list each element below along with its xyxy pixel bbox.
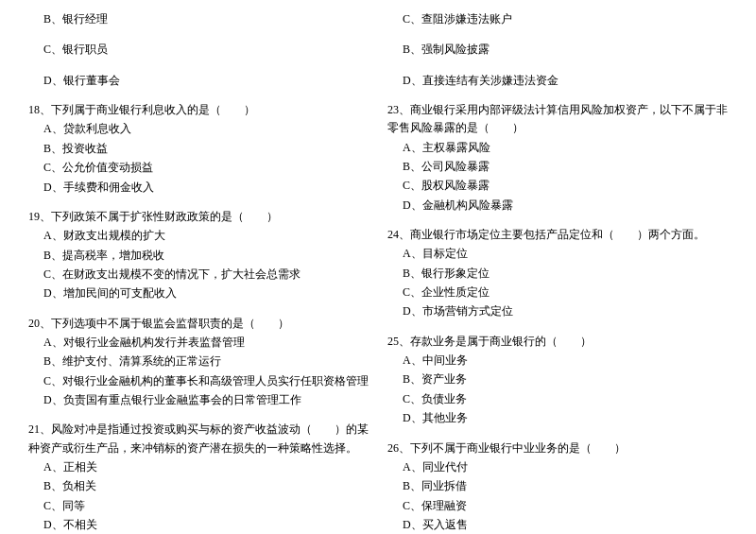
question-title: 23、商业银行采用内部评级法计算信用风险加权资产，以下不属于非零售风险暴露的是（… <box>387 101 728 137</box>
option-a: A、贷款利息收入 <box>28 119 369 138</box>
question-18: 18、下列属于商业银行利息收入的是（ ） A、贷款利息收入 B、投资收益 C、公… <box>28 101 369 197</box>
option-d-direct-link: D、直接连结有关涉嫌违法资金 <box>387 71 728 90</box>
option-b-bank-manager: B、银行经理 <box>28 9 369 28</box>
question-24: 24、商业银行市场定位主要包括产品定位和（ ）两个方面。 A、目标定位 B、银行… <box>387 226 728 321</box>
question-21: 21、风险对冲是指通过投资或购买与标的资产收益波动（ ）的某种资产或衍生产品，来… <box>28 421 369 534</box>
option-d-bank-board: D、银行董事会 <box>28 71 369 90</box>
option-c: C、保理融资 <box>387 496 728 515</box>
question-23: 23、商业银行采用内部评级法计算信用风险加权资产，以下不属于非零售风险暴露的是（… <box>387 101 728 215</box>
question-25: 25、存款业务是属于商业银行的（ ） A、中间业务 B、资产业务 C、负债业务 … <box>387 333 728 428</box>
page-wrapper: B、银行经理 C、银行职员 D、银行董事会 18、下列属于商业银行利息收入的是（… <box>28 9 728 534</box>
option-c: C、企业性质定位 <box>387 283 728 301</box>
option-d: D、买入返售 <box>387 515 728 534</box>
option-a: A、同业代付 <box>387 457 728 476</box>
option-b: B、银行形象定位 <box>387 264 728 283</box>
question-19: 19、下列政策不属于扩张性财政政策的是（ ） A、财政支出规模的扩大 B、提高税… <box>28 208 369 303</box>
option-a: A、目标定位 <box>387 244 728 263</box>
option-d: D、不相关 <box>28 515 369 534</box>
question-20: 20、下列选项中不属于银监会监督职责的是（ ） A、对银行业金融机构发行并表监督… <box>28 315 369 410</box>
option-c-check-account: C、查阻涉嫌违法账户 <box>387 9 728 28</box>
option-d: D、金融机构风险暴露 <box>387 196 728 215</box>
question-26: 26、下列不属于商业银行中业业务的是（ ） A、同业代付 B、同业拆借 C、保理… <box>387 439 728 534</box>
option-d: D、市场营销方式定位 <box>387 301 728 320</box>
question-title: 25、存款业务是属于商业银行的（ ） <box>387 333 728 351</box>
right-column: C、查阻涉嫌违法账户 B、强制风险披露 D、直接连结有关涉嫌违法资金 23、商业… <box>387 9 728 534</box>
option-c: C、负债业务 <box>387 389 728 408</box>
option-b: B、资产业务 <box>387 370 728 388</box>
question-title: 24、商业银行市场定位主要包括产品定位和（ ）两个方面。 <box>387 226 728 244</box>
main-content: B、银行经理 C、银行职员 D、银行董事会 18、下列属于商业银行利息收入的是（… <box>28 9 728 534</box>
option-c: C、公允价值变动损益 <box>28 158 369 177</box>
option-b: B、提高税率，增加税收 <box>28 246 369 265</box>
option-text: D、银行董事会 <box>28 71 369 90</box>
option-a: A、财政支出规模的扩大 <box>28 226 369 245</box>
option-c: C、同等 <box>28 496 369 515</box>
option-text: D、直接连结有关涉嫌违法资金 <box>387 71 728 90</box>
option-b-forced-disclosure: B、强制风险披露 <box>387 40 728 59</box>
option-d: D、其他业务 <box>387 408 728 427</box>
option-a: A、正相关 <box>28 457 369 476</box>
option-c: C、对银行业金融机构的董事长和高级管理人员实行任职资格管理 <box>28 371 369 390</box>
option-c: C、在财政支出规模不变的情况下，扩大社会总需求 <box>28 265 369 284</box>
option-text: B、银行经理 <box>28 9 369 28</box>
option-b: B、公司风险暴露 <box>387 157 728 176</box>
option-a: A、对银行业金融机构发行并表监督管理 <box>28 333 369 352</box>
option-text: B、强制风险披露 <box>387 40 728 59</box>
option-d: D、增加民间的可支配收入 <box>28 284 369 302</box>
option-b: B、同业拆借 <box>387 476 728 495</box>
left-column: B、银行经理 C、银行职员 D、银行董事会 18、下列属于商业银行利息收入的是（… <box>28 9 369 534</box>
option-text: C、银行职员 <box>28 40 369 59</box>
option-d: D、负责国有重点银行业金融监事会的日常管理工作 <box>28 390 369 409</box>
option-c-bank-staff: C、银行职员 <box>28 40 369 59</box>
option-b: B、负相关 <box>28 476 369 495</box>
question-title: 18、下列属于商业银行利息收入的是（ ） <box>28 101 369 119</box>
option-b: B、投资收益 <box>28 139 369 158</box>
option-text: C、查阻涉嫌违法账户 <box>387 9 728 28</box>
option-a: A、主权暴露风险 <box>387 138 728 157</box>
question-title: 26、下列不属于商业银行中业业务的是（ ） <box>387 439 728 457</box>
question-title: 19、下列政策不属于扩张性财政政策的是（ ） <box>28 208 369 226</box>
question-title: 21、风险对冲是指通过投资或购买与标的资产收益波动（ ）的某种资产或衍生产品，来… <box>28 421 369 456</box>
option-d: D、手续费和佣金收入 <box>28 178 369 197</box>
option-c: C、股权风险暴露 <box>387 176 728 195</box>
question-title: 20、下列选项中不属于银监会监督职责的是（ ） <box>28 315 369 333</box>
option-b: B、维护支付、清算系统的正常运行 <box>28 352 369 370</box>
option-a: A、中间业务 <box>387 351 728 370</box>
